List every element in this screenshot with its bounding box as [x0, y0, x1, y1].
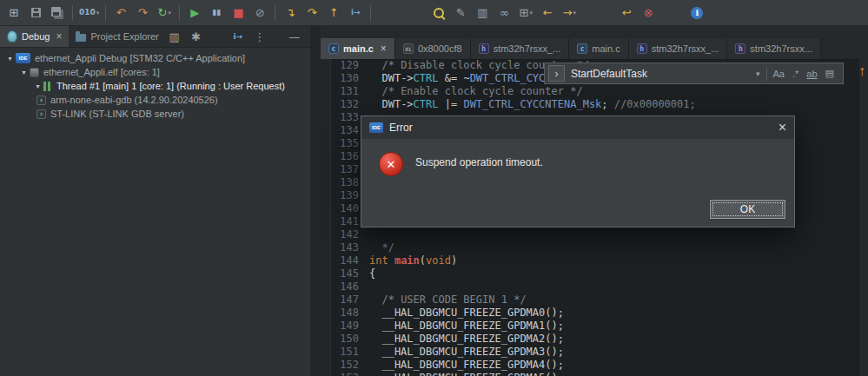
- undo-button[interactable]: ↶: [110, 3, 131, 23]
- line-number: 131: [330, 85, 365, 98]
- profiling-button[interactable]: ▥: [472, 3, 493, 23]
- code-line: 132 DWT->CTRL |= DWT_CTRL_CYCCNTENA_Msk;…: [330, 98, 859, 111]
- edit-button[interactable]: ✎: [450, 3, 471, 23]
- overview-ruler[interactable]: [858, 59, 868, 376]
- editor-tab-stm32h7rsxx[interactable]: hstm32h7rsxx_...: [629, 38, 728, 59]
- save-icon: [31, 8, 41, 17]
- highlight-lines-toggle[interactable]: ▤: [825, 68, 834, 79]
- step-into-icon: ↴: [286, 7, 295, 18]
- chevron-down-icon[interactable]: ▾: [756, 69, 760, 78]
- open-perspective-button[interactable]: ⊞▾: [515, 3, 536, 23]
- info-button[interactable]: i: [686, 3, 707, 23]
- line-number: 146: [330, 280, 365, 294]
- save-button[interactable]: [25, 3, 46, 23]
- suspend-button[interactable]: ▮▮: [206, 3, 227, 23]
- editor-tab-main-c[interactable]: cmain.c: [569, 38, 628, 59]
- refresh-button[interactable]: ↻▾: [154, 3, 175, 23]
- dialog-title: Error: [389, 122, 413, 134]
- view-menu-icon: ⋮: [254, 31, 265, 43]
- remove-terminated-button[interactable]: ⊗: [638, 3, 659, 23]
- step-into-button[interactable]: ↴: [280, 3, 301, 23]
- close-icon[interactable]: ×: [56, 30, 62, 43]
- view-tab-debug[interactable]: Debug×: [0, 26, 69, 47]
- instruction-stepping-button[interactable]: i→: [345, 3, 366, 23]
- redo-icon: ↷: [138, 7, 148, 18]
- line-number: 149: [330, 320, 365, 333]
- debug-tree-item[interactable]: ›arm-none-eabi-gdb (14.2.90.20240526): [0, 93, 310, 107]
- code-line: 152 __HAL_DBGMCU_FREEZE_GPDMA4();: [330, 359, 859, 372]
- chevron-down-icon[interactable]: ▾: [5, 55, 15, 63]
- minimize-button[interactable]: —: [286, 29, 303, 44]
- line-number: 132: [330, 98, 365, 111]
- save-all-button[interactable]: [47, 3, 68, 23]
- find-query-input[interactable]: StartDefaultTask: [571, 68, 750, 80]
- main-toolbar: ⊞010▾↶↷↻▾▶▮▮■⊘↴↷↑i→✎▥∞⊞▾←→▾↩⊗i: [0, 0, 868, 26]
- chevron-down-icon[interactable]: ▾: [19, 69, 29, 76]
- match-case-toggle[interactable]: Aa: [773, 69, 785, 79]
- executable-icon: [30, 68, 39, 77]
- remove-terminated-icon: ⊗: [644, 7, 653, 18]
- view-toolbar: ▥✱i→⋮—□: [166, 26, 310, 47]
- dropdown-arrow-icon: ▾: [169, 10, 172, 16]
- debug-tree-item[interactable]: ▾IDEethernet_Appli Debug [STM32 C/C++ Ap…: [0, 51, 310, 65]
- whole-word-toggle[interactable]: ab: [806, 69, 817, 79]
- find-bar-divider: [766, 67, 767, 81]
- view-layout-button[interactable]: ▥: [166, 29, 183, 44]
- redo-button[interactable]: ↷: [132, 3, 153, 23]
- view-tabs: Debug×Project Explorer: [0, 26, 166, 47]
- editor-tab-stm32h7rsxx[interactable]: hstm32h7rsxx...: [727, 38, 821, 59]
- line-number: 130: [330, 72, 365, 85]
- debug-tree-item[interactable]: ▾ethernet_Appli.elf [cores: 1]: [0, 65, 310, 79]
- edit-icon: ✎: [456, 7, 466, 18]
- line-number: 141: [330, 215, 365, 228]
- debug-tree-item[interactable]: ▾Thread #1 [main] 1 [core: 1] (Running :…: [0, 79, 310, 93]
- chevron-down-icon[interactable]: ▾: [33, 82, 43, 90]
- resume-button[interactable]: ▶: [184, 3, 205, 23]
- search-button[interactable]: [428, 3, 449, 23]
- navigate-up-icon[interactable]: ↑: [858, 64, 865, 78]
- view-menu-button[interactable]: ⋮: [251, 29, 268, 44]
- ok-button[interactable]: OK: [710, 200, 785, 219]
- dialog-titlebar[interactable]: IDE Error ×: [361, 116, 794, 139]
- find-expander-icon[interactable]: ›: [548, 65, 565, 82]
- line-number: 153: [330, 372, 365, 376]
- view-tab-project-explorer[interactable]: Project Explorer: [69, 26, 165, 47]
- link-with-editor-button[interactable]: ∞: [494, 3, 514, 23]
- line-number: 137: [330, 163, 365, 176]
- line-number: 142: [330, 228, 365, 241]
- code-line: 149 __HAL_DBGMCU_FREEZE_GPDMA1();: [330, 320, 859, 333]
- disconnect-icon: ⊘: [255, 7, 265, 18]
- close-icon[interactable]: ×: [779, 121, 786, 135]
- toolbar-separator: [370, 5, 371, 21]
- line-number: 150: [330, 333, 365, 346]
- new-wizard-button[interactable]: ⊞: [3, 3, 24, 23]
- debug-launch-tree: ▾IDEethernet_Appli Debug [STM32 C/C++ Ap…: [0, 48, 310, 121]
- close-icon[interactable]: ×: [381, 43, 387, 55]
- nav-forward-button[interactable]: →▾: [559, 3, 580, 23]
- editor-tab-main-c[interactable]: cmain.c×: [321, 38, 395, 59]
- last-edit-location-icon: ↩: [622, 7, 632, 18]
- panel-sash[interactable]: [310, 26, 321, 376]
- terminate-button[interactable]: ■: [228, 3, 248, 23]
- instruction-stepping-toggle-button[interactable]: i→: [229, 29, 247, 44]
- line-number: 140: [330, 202, 365, 215]
- line-number: 136: [330, 150, 365, 163]
- step-return-button[interactable]: ↑: [323, 3, 344, 23]
- step-over-button[interactable]: ↷: [301, 3, 322, 23]
- regex-toggle[interactable]: .*: [792, 69, 798, 79]
- code-line: 147 /* USER CODE BEGIN 1 */: [330, 294, 859, 307]
- refresh-icon: ↻: [158, 7, 168, 18]
- view-tabbar: Debug×Project Explorer ▥✱i→⋮—□: [0, 26, 310, 48]
- debug-binary-button[interactable]: 010▾: [77, 3, 101, 23]
- last-edit-location-button[interactable]: ↩: [616, 3, 637, 23]
- terminate-icon: ■: [233, 7, 243, 18]
- code-line: 148 __HAL_DBGMCU_FREEZE_GPDMA0();: [330, 307, 859, 320]
- debug-tree-item[interactable]: ›ST-LINK (ST-LINK GDB server): [0, 107, 310, 121]
- editor-tab-stm32h7rsxx[interactable]: hstm32h7rsxx_...: [471, 38, 570, 59]
- suspend-icon: ▮▮: [212, 9, 221, 16]
- line-number: 145: [330, 267, 365, 280]
- disconnect-button[interactable]: ⊘: [249, 3, 270, 23]
- view-settings-button[interactable]: ✱: [188, 29, 205, 44]
- editor-tab-0x8000cf8[interactable]: 010x8000cf8: [395, 38, 471, 59]
- nav-back-button[interactable]: ←: [537, 3, 558, 23]
